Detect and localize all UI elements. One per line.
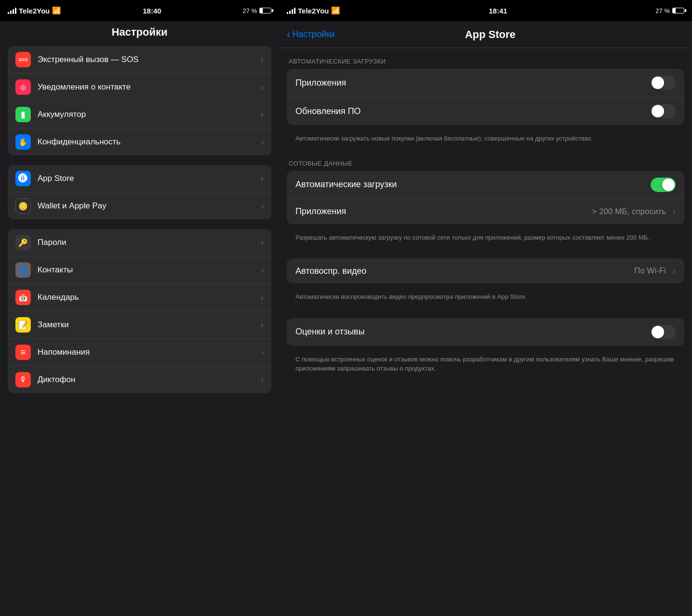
updates-toggle[interactable] [651, 104, 676, 118]
passwords-label: Пароли [38, 238, 257, 247]
calendar-chevron: › [261, 293, 264, 303]
back-chevron-icon: ‹ [287, 28, 290, 41]
right-battery-icon [672, 8, 684, 13]
left-battery-area: 27 % [243, 7, 271, 14]
video-section: Автовоспр. видео По Wi-Fi › Автоматическ… [287, 258, 684, 308]
appstore-icon: 🅐 [15, 171, 31, 186]
settings-group-1: SOS Экстренный вызов — SOS › ◎ Уведомлен… [8, 46, 271, 155]
appstore-label: App Store [38, 174, 257, 183]
battery-fill [260, 8, 263, 13]
video-card: Автовоспр. видео По Wi-Fi › [287, 258, 684, 283]
settings-item-voice[interactable]: 🎙 Диктофон › [8, 366, 271, 393]
right-page-title: App Store [335, 28, 646, 41]
auto-dl-toggle[interactable] [651, 178, 676, 192]
right-battery-fill [673, 8, 676, 13]
settings-item-battery[interactable]: ▮ Аккумулятор › [8, 101, 271, 128]
right-time: 18:41 [489, 7, 507, 15]
apps-cellular-value: > 200 МБ, спросить [592, 207, 666, 217]
battery-chevron: › [261, 110, 264, 120]
contacts-notify-icon: ◎ [15, 79, 31, 95]
auto-downloads-card: Приложения Обновления ПО [287, 69, 684, 125]
passwords-icon: 🔑 [15, 235, 31, 250]
ratings-card: Оценки и отзывы [287, 318, 684, 346]
wallet-chevron: › [261, 201, 264, 211]
left-scroll-area[interactable]: SOS Экстренный вызов — SOS › ◎ Уведомлен… [0, 46, 279, 616]
updates-toggle-label: Обновления ПО [295, 106, 651, 116]
right-scroll-area[interactable]: АВТОМАТИЧЕСКИЕ ЗАГРУЗКИ Приложения Обнов… [279, 48, 692, 616]
sos-icon: SOS [15, 52, 31, 67]
settings-item-privacy[interactable]: ✋ Конфиденциальность › [8, 128, 271, 155]
right-signal-icon [287, 7, 295, 14]
contacts-icon: 👤 [15, 262, 31, 278]
nav-bar: ‹ Настройки App Store [279, 21, 692, 48]
updates-toggle-item[interactable]: Обновления ПО [287, 97, 684, 125]
ratings-desc: С помощью встроенных оценок и отзывов мо… [287, 350, 684, 380]
apps-toggle-thumb [652, 77, 664, 89]
auto-dl-toggle-item[interactable]: Автоматические загрузки [287, 171, 684, 199]
settings-item-passwords[interactable]: 🔑 Пароли › [8, 229, 271, 257]
wifi-icon: 📶 [52, 6, 61, 15]
updates-toggle-thumb [652, 105, 664, 117]
contacts-notify-chevron: › [261, 82, 264, 92]
back-button[interactable]: ‹ Настройки [287, 28, 335, 41]
ratings-toggle[interactable] [651, 325, 676, 339]
settings-item-calendar[interactable]: 📅 Календарь › [8, 284, 271, 311]
battery-label: Аккумулятор [38, 110, 257, 119]
privacy-label: Конфиденциальность [38, 137, 257, 147]
reminders-chevron: › [261, 347, 264, 358]
calendar-label: Календарь [38, 293, 257, 302]
auto-downloads-section: АВТОМАТИЧЕСКИЕ ЗАГРУЗКИ Приложения Обнов… [287, 58, 684, 150]
ratings-label: Оценки и отзывы [295, 327, 651, 337]
autoplay-video-label: Автовоспр. видео [295, 266, 634, 276]
sos-chevron: › [261, 55, 264, 65]
left-status-bar: Tele2You 📶 18:40 27 % [0, 0, 279, 21]
settings-item-reminders[interactable]: ≡ Напоминания › [8, 339, 271, 366]
video-desc: Автоматически воспроизводить видео предп… [287, 287, 684, 308]
settings-item-contacts-notify[interactable]: ◎ Уведомления о контакте › [8, 74, 271, 101]
apps-toggle-item[interactable]: Приложения [287, 69, 684, 97]
notes-chevron: › [261, 320, 264, 330]
calendar-icon: 📅 [15, 290, 31, 305]
appstore-chevron: › [261, 174, 264, 184]
left-time: 18:40 [143, 7, 161, 15]
back-label: Настройки [292, 29, 334, 39]
settings-item-wallet[interactable]: 🪙 Wallet и Apple Pay › [8, 192, 271, 219]
cellular-header: СОТОВЫЕ ДАННЫЕ [287, 160, 684, 167]
cellular-section: СОТОВЫЕ ДАННЫЕ Автоматические загрузки П… [287, 160, 684, 249]
autoplay-video-chevron: › [673, 266, 676, 276]
left-page-title: Настройки [0, 21, 279, 46]
settings-item-notes[interactable]: 📝 Заметки › [8, 311, 271, 339]
left-carrier: Tele2You [19, 7, 50, 15]
auto-downloads-header: АВТОМАТИЧЕСКИЕ ЗАГРУЗКИ [287, 58, 684, 65]
right-panel: Tele2You 📶 18:41 27 % ‹ Настройки App St… [279, 0, 692, 616]
right-wifi-icon: 📶 [331, 6, 340, 15]
battery-setting-icon: ▮ [15, 107, 31, 122]
settings-item-sos[interactable]: SOS Экстренный вызов — SOS › [8, 46, 271, 74]
ratings-toggle-thumb [652, 326, 664, 338]
left-panel: Tele2You 📶 18:40 27 % Настройки SOS [0, 0, 279, 616]
settings-group-3: 🔑 Пароли › 👤 Контакты › 📅 Календ [8, 229, 271, 393]
privacy-chevron: › [261, 137, 264, 147]
contacts-label: Контакты [38, 265, 257, 275]
ratings-section: Оценки и отзывы С помощью встроенных оце… [287, 318, 684, 380]
notes-label: Заметки [38, 320, 257, 330]
cellular-desc: Разрешать автоматическую загрузку по сот… [287, 228, 684, 249]
settings-item-contacts[interactable]: 👤 Контакты › [8, 257, 271, 284]
contacts-notify-label: Уведомления о контакте [38, 82, 257, 92]
voice-label: Диктофон [38, 375, 257, 385]
right-status-bar: Tele2You 📶 18:41 27 % [279, 0, 692, 21]
contacts-chevron: › [261, 265, 264, 275]
wallet-icon: 🪙 [15, 198, 31, 214]
left-battery-pct: 27 % [243, 7, 257, 14]
notes-icon: 📝 [15, 317, 31, 333]
right-carrier: Tele2You [298, 7, 329, 15]
apps-toggle[interactable] [651, 76, 676, 90]
battery-icon [259, 8, 271, 13]
settings-item-appstore[interactable]: 🅐 App Store › [8, 165, 271, 192]
cellular-card: Автоматические загрузки Приложения > 200… [287, 171, 684, 224]
passwords-chevron: › [261, 238, 264, 248]
ratings-toggle-item[interactable]: Оценки и отзывы [287, 318, 684, 346]
apps-cellular-item[interactable]: Приложения > 200 МБ, спросить › [287, 199, 684, 224]
right-battery-pct: 27 % [655, 7, 670, 14]
autoplay-video-item[interactable]: Автовоспр. видео По Wi-Fi › [287, 258, 684, 283]
